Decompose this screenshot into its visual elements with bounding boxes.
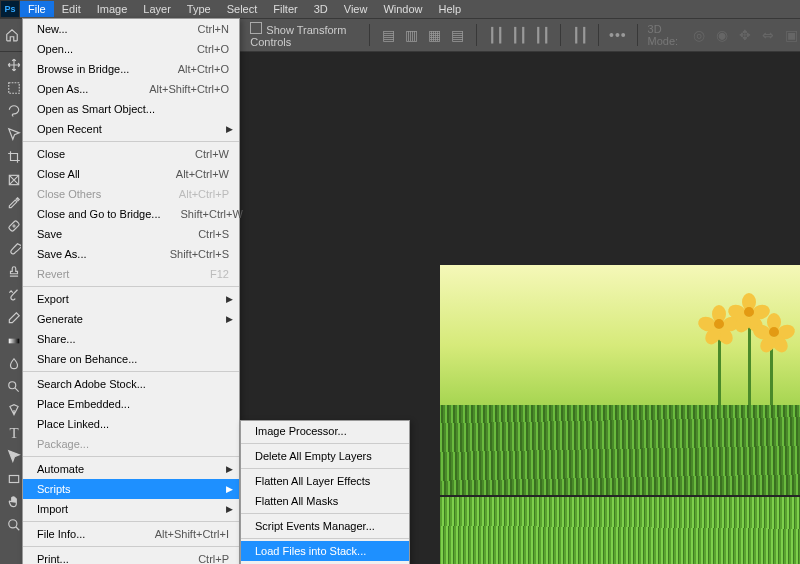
- file-menu-item-open-recent[interactable]: Open Recent▶: [23, 119, 239, 139]
- align-right-icon[interactable]: ▦: [426, 24, 443, 46]
- distribute-h-icon[interactable]: ┃┃: [487, 24, 504, 46]
- grass-image: [440, 497, 800, 564]
- file-menu-item-generate[interactable]: Generate▶: [23, 309, 239, 329]
- file-menu-item-share[interactable]: Share...: [23, 329, 239, 349]
- file-menu-item-browse-in-bridge[interactable]: Browse in Bridge...Alt+Ctrl+O: [23, 59, 239, 79]
- separator: [637, 24, 638, 46]
- scripts-menu-item-flatten-all-masks[interactable]: Flatten All Masks: [241, 491, 409, 511]
- file-menu-item-save[interactable]: SaveCtrl+S: [23, 224, 239, 244]
- file-menu-item-import[interactable]: Import▶: [23, 499, 239, 519]
- menu-file[interactable]: File: [20, 1, 54, 17]
- scripts-menu-item-flatten-all-layer-effects[interactable]: Flatten All Layer Effects: [241, 471, 409, 491]
- menu-view[interactable]: View: [336, 1, 376, 17]
- scripts-menu-item-script-events-manager[interactable]: Script Events Manager...: [241, 516, 409, 536]
- file-menu-item-export[interactable]: Export▶: [23, 289, 239, 309]
- file-menu-item-close-and-go-to-bridge[interactable]: Close and Go to Bridge...Shift+Ctrl+W: [23, 204, 239, 224]
- file-menu-item-scripts[interactable]: Scripts▶: [23, 479, 239, 499]
- menu-help[interactable]: Help: [431, 1, 470, 17]
- file-menu-item-print[interactable]: Print...Ctrl+P: [23, 549, 239, 564]
- file-menu-item-save-as[interactable]: Save As...Shift+Ctrl+S: [23, 244, 239, 264]
- menu-window[interactable]: Window: [375, 1, 430, 17]
- 3d-camera-icon[interactable]: ▣: [783, 24, 800, 46]
- scripts-submenu-dropdown: Image Processor...Delete All Empty Layer…: [240, 420, 410, 564]
- more-options-icon[interactable]: •••: [609, 24, 627, 46]
- 3d-slide-icon[interactable]: ⇔: [760, 24, 777, 46]
- align-top-icon[interactable]: ▤: [449, 24, 466, 46]
- svg-point-6: [9, 520, 17, 528]
- scripts-menu-item-load-files-into-stack[interactable]: Load Files into Stack...: [241, 541, 409, 561]
- file-menu-dropdown: New...Ctrl+NOpen...Ctrl+OBrowse in Bridg…: [22, 18, 240, 564]
- menu-3d[interactable]: 3D: [306, 1, 336, 17]
- file-menu-item-close-all[interactable]: Close AllAlt+Ctrl+W: [23, 164, 239, 184]
- menu-bar: Ps FileEditImageLayerTypeSelectFilter3DV…: [0, 0, 800, 18]
- file-menu-item-open-as[interactable]: Open As...Alt+Shift+Ctrl+O: [23, 79, 239, 99]
- distribute-spacing-icon[interactable]: ┃┃: [571, 24, 588, 46]
- document-image[interactable]: [440, 265, 800, 564]
- 3d-mode-label: 3D Mode:: [648, 23, 685, 47]
- svg-point-4: [9, 382, 16, 389]
- align-left-icon[interactable]: ▤: [380, 24, 397, 46]
- distribute-icon[interactable]: ┃┃: [533, 24, 550, 46]
- separator: [476, 24, 477, 46]
- file-menu-item-share-on-behance[interactable]: Share on Behance...: [23, 349, 239, 369]
- align-center-icon[interactable]: ▥: [403, 24, 420, 46]
- file-menu-item-place-linked[interactable]: Place Linked...: [23, 414, 239, 434]
- daffodil-image: [440, 265, 800, 495]
- file-menu-item-revert: RevertF12: [23, 264, 239, 284]
- home-icon[interactable]: [4, 25, 20, 45]
- file-menu-item-place-embedded[interactable]: Place Embedded...: [23, 394, 239, 414]
- scripts-menu-item-delete-all-empty-layers[interactable]: Delete All Empty Layers: [241, 446, 409, 466]
- menu-layer[interactable]: Layer: [135, 1, 179, 17]
- 3d-pan-icon[interactable]: ✥: [737, 24, 754, 46]
- separator: [560, 24, 561, 46]
- distribute-v-icon[interactable]: ┃┃: [510, 24, 527, 46]
- menu-type[interactable]: Type: [179, 1, 219, 17]
- file-menu-item-file-info[interactable]: File Info...Alt+Shift+Ctrl+I: [23, 524, 239, 544]
- show-transform-controls[interactable]: Show Transform Controls: [250, 22, 359, 48]
- menu-select[interactable]: Select: [219, 1, 266, 17]
- menu-filter[interactable]: Filter: [265, 1, 305, 17]
- file-menu-item-automate[interactable]: Automate▶: [23, 459, 239, 479]
- file-menu-item-package: Package...: [23, 434, 239, 454]
- file-menu-item-open[interactable]: Open...Ctrl+O: [23, 39, 239, 59]
- file-menu-item-search-adobe-stock[interactable]: Search Adobe Stock...: [23, 374, 239, 394]
- menu-image[interactable]: Image: [89, 1, 136, 17]
- file-menu-item-open-as-smart-object[interactable]: Open as Smart Object...: [23, 99, 239, 119]
- file-menu-item-close[interactable]: CloseCtrl+W: [23, 144, 239, 164]
- menu-edit[interactable]: Edit: [54, 1, 89, 17]
- app-logo: Ps: [0, 0, 20, 18]
- file-menu-item-close-others: Close OthersAlt+Ctrl+P: [23, 184, 239, 204]
- svg-rect-3: [9, 339, 20, 344]
- file-menu-item-new[interactable]: New...Ctrl+N: [23, 19, 239, 39]
- scripts-menu-item-image-processor[interactable]: Image Processor...: [241, 421, 409, 441]
- svg-rect-5: [9, 476, 18, 483]
- 3d-orbit-icon[interactable]: ◎: [691, 24, 708, 46]
- 3d-roll-icon[interactable]: ◉: [714, 24, 731, 46]
- separator: [598, 24, 599, 46]
- separator: [369, 24, 370, 46]
- svg-rect-0: [9, 83, 20, 94]
